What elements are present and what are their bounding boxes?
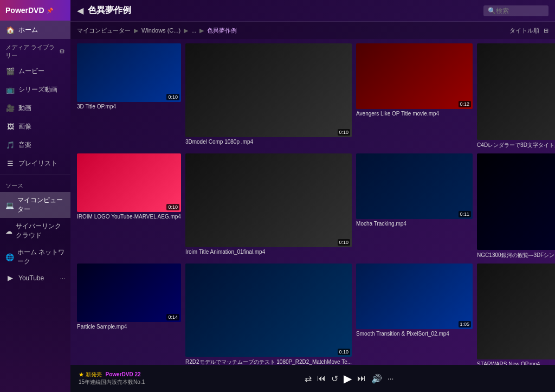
sidebar-item-cyberlink-cloud[interactable]: ☁ サイバーリンク クラウド xyxy=(0,218,70,244)
video-title: Smooth Transition & PixelSort_02.mp4 xyxy=(356,331,473,337)
play-button[interactable]: ▶ xyxy=(344,372,352,385)
video-item[interactable]: 1:05Smooth Transition & PixelSort_02.mp4 xyxy=(356,264,473,365)
photo-icon: 🖼 xyxy=(5,121,15,131)
sidebar-item-label: ムービー xyxy=(18,67,44,76)
sidebar-section-media-library: メディア ライブラリー ⚙ xyxy=(0,39,70,62)
video-item[interactable]: 0:10NGC1300銀河の観覧---3DFシングラフィック製作 Galaxy … xyxy=(477,153,555,259)
video-item[interactable]: 0:10IROIM LOGO YouTube-MARVEL AEG.mp4 xyxy=(77,153,181,259)
computer-icon: 💻 xyxy=(5,201,14,209)
video-item[interactable]: 0:10R2D2モデルでマッチムーブのテスト 1080P_R2D2_MatchM… xyxy=(185,264,352,365)
sort-label[interactable]: タイトル順 xyxy=(509,27,539,35)
next-button[interactable]: ⏭ xyxy=(357,374,366,383)
video-duration: 0:12 xyxy=(459,101,472,107)
more-icon[interactable]: ··· xyxy=(60,275,65,281)
sidebar-item-label: 動画 xyxy=(18,104,31,113)
video-duration: 0:10 xyxy=(338,129,351,136)
playlist-icon: ☰ xyxy=(5,158,15,168)
video-duration: 0:10 xyxy=(166,204,179,210)
video-title: Mocha Tracking.mp4 xyxy=(356,221,473,227)
sidebar-item-photos[interactable]: 🖼 画像 xyxy=(0,117,70,136)
video-title: R2D2モデルでマッチムーブのテスト 1080P_R2D2_MatchMove … xyxy=(185,358,352,365)
sidebar-item-label: ホーム xyxy=(18,25,38,35)
bottom-info: ★ 新発売 PowerDVD 22 15年連続国内販売本数No.1 xyxy=(79,371,145,386)
page-title: 色異夢作例 xyxy=(88,5,131,16)
shuffle-button[interactable]: ⇄ xyxy=(305,374,312,384)
subtitle: 15年連続国内販売本数No.1 xyxy=(79,378,145,386)
settings-icon[interactable]: ⚙ xyxy=(59,48,65,55)
nav-bar-right: タイトル順 ⊞ xyxy=(509,27,548,35)
video-title: 3D Title OP.mp4 xyxy=(77,104,181,110)
sidebar-item-label: サイバーリンク クラウド xyxy=(16,222,65,240)
video-item[interactable]: 0:11C4Dレンダラーで3D文字タイトル After Effects 1080… xyxy=(477,43,555,149)
bottom-bar: ★ 新発売 PowerDVD 22 15年連続国内販売本数No.1 ⇄ ⏮ ↺ … xyxy=(70,365,555,392)
nav-bar-my-computer[interactable]: マイコンピューター xyxy=(77,27,131,35)
app-logo: PowerDVD 📌 xyxy=(0,0,70,21)
nav-bar-current: 色異夢作例 xyxy=(207,27,237,35)
sidebar-item-label: 画像 xyxy=(18,122,31,131)
new-label: ★ 新発売 PowerDVD 22 xyxy=(79,371,145,378)
sidebar-item-home-network[interactable]: 🌐 ホーム ネットワーク xyxy=(0,244,70,270)
playback-controls: ⇄ ⏮ ↺ ▶ ⏭ 🔊 ··· xyxy=(305,372,394,385)
video-item[interactable]: 0:14Particle Sample.mp4 xyxy=(77,264,181,365)
sidebar-item-youtube[interactable]: ▶ YouTube ··· xyxy=(0,270,70,286)
video-item[interactable]: 0:10Iroim Title Animation_01final.mp4 xyxy=(185,153,352,259)
cloud-icon: ☁ xyxy=(5,227,12,235)
repeat-button[interactable]: ↺ xyxy=(331,374,338,384)
video-title: C4Dレンダラーで3D文字タイトル After Effects 1080p.mp… xyxy=(477,142,555,149)
sidebar-item-label: シリーズ動画 xyxy=(18,85,57,94)
sidebar-item-home[interactable]: 🏠 ホーム xyxy=(0,21,70,39)
breadcrumb: 色異夢作例 xyxy=(88,5,483,16)
grid-view-icon[interactable]: ⊞ xyxy=(544,27,548,34)
video-item[interactable]: 0:103Dmodel Comp 1080p .mp4 xyxy=(185,43,352,149)
video-duration: 0:14 xyxy=(166,314,179,320)
video-duration: 0:10 xyxy=(338,349,351,355)
video-duration: 0:10 xyxy=(338,239,351,246)
sidebar-item-playlists[interactable]: ☰ プレイリスト xyxy=(0,154,70,172)
sidebar-item-music[interactable]: 🎵 音楽 xyxy=(0,136,70,154)
video-title: IROIM LOGO YouTube-MARVEL AEG.mp4 xyxy=(77,214,181,220)
nav-bar-windows[interactable]: Windows (C...) xyxy=(141,27,180,34)
video-duration: 0:11 xyxy=(459,211,472,217)
volume-button[interactable]: 🔊 xyxy=(371,374,382,384)
prev-button[interactable]: ⏮ xyxy=(317,374,326,383)
nav-bar: マイコンピューター ▶ Windows (C...) ▶ ... ▶ 色異夢作例… xyxy=(70,22,555,39)
movies-icon: 🎬 xyxy=(5,66,15,76)
home-icon: 🏠 xyxy=(5,25,15,35)
nav-bar-sep-2: ▶ xyxy=(184,27,188,34)
media-library-label: メディア ライブラリー xyxy=(5,43,59,60)
sidebar-section-source: ソース xyxy=(0,177,70,192)
back-button[interactable]: ◀ xyxy=(77,5,83,16)
network-icon: 🌐 xyxy=(5,253,14,261)
video-title: Avengers Like OP Title movie.mp4 xyxy=(356,111,473,117)
sidebar-item-videos[interactable]: 🎥 動画 xyxy=(0,99,70,117)
video-item[interactable]: 0:11Mocha Tracking.mp4 xyxy=(356,153,473,259)
video-title: 3Dmodel Comp 1080p .mp4 xyxy=(185,139,352,145)
video-duration: 1:05 xyxy=(459,321,472,327)
sidebar: PowerDVD 📌 🏠 ホーム メディア ライブラリー ⚙ 🎬 ムービー 📺 … xyxy=(0,0,70,392)
pin-icon: 📌 xyxy=(47,8,53,14)
video-item[interactable]: 0:12Avengers Like OP Title movie.mp4 xyxy=(356,43,473,149)
series-icon: 📺 xyxy=(5,85,15,94)
sidebar-divider xyxy=(0,175,70,175)
more-options-button[interactable]: ··· xyxy=(388,374,394,383)
video-item[interactable]: 0:14STARWARS New OP.mp4 xyxy=(477,264,555,365)
nav-bar-ellipsis[interactable]: ... xyxy=(191,27,196,34)
sidebar-item-series[interactable]: 📺 シリーズ動画 xyxy=(0,80,70,99)
source-label: ソース xyxy=(5,182,23,190)
search-icon: 🔍 xyxy=(488,7,496,15)
video-grid: 0:103D Title OP.mp40:103Dmodel Comp 1080… xyxy=(77,43,548,365)
youtube-icon: ▶ xyxy=(5,274,15,282)
search-input[interactable] xyxy=(496,7,545,15)
sidebar-item-label: 音楽 xyxy=(18,140,31,150)
main-content: ◀ 色異夢作例 🔍 マイコンピューター ▶ Windows (C...) ▶ .… xyxy=(70,0,555,392)
sidebar-item-label: マイコンピューター xyxy=(17,196,65,214)
nav-bar-sep-3: ▶ xyxy=(199,27,204,34)
music-icon: 🎵 xyxy=(5,140,15,150)
video-item[interactable]: 0:103D Title OP.mp4 xyxy=(77,43,181,149)
sidebar-item-movies[interactable]: 🎬 ムービー xyxy=(0,62,70,80)
video-title: NGC1300銀河の観覧---3DFシングラフィック製作 Galaxy NG..… xyxy=(477,252,555,259)
video-icon: 🎥 xyxy=(5,103,15,113)
video-title: Iroim Title Animation_01final.mp4 xyxy=(185,249,352,255)
sidebar-item-my-computer[interactable]: 💻 マイコンピューター xyxy=(0,192,70,218)
video-grid-container: 0:103D Title OP.mp40:103Dmodel Comp 1080… xyxy=(70,39,555,365)
